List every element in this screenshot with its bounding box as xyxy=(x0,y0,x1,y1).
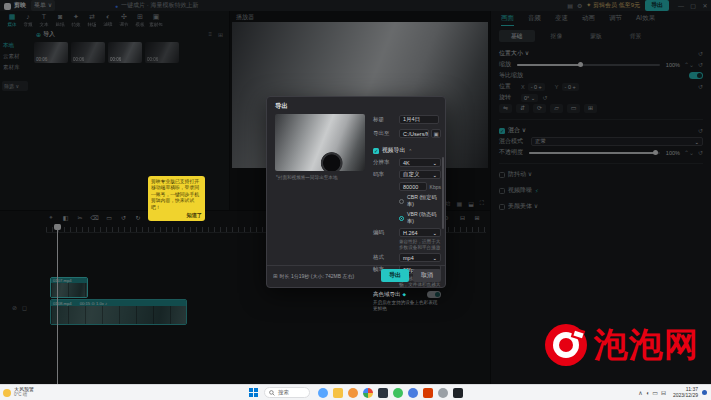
screen: 剪映 菜单 ∨ ● 一键成片 · 海量模板特效上新 ▤ ⚙ ✦ 剪辑会员 低至9… xyxy=(0,0,711,400)
notification-icon[interactable] xyxy=(702,390,707,395)
field-codec: 编码 H.264⌄ xyxy=(373,228,441,237)
taskbar: 大风预警 0°C 晴 搜索 ∧ ◖ ▭ xyxy=(0,384,711,400)
chevron-down-icon: ⌄ xyxy=(432,255,437,261)
widgets-icon[interactable] xyxy=(318,388,328,398)
office-icon[interactable] xyxy=(423,388,433,398)
field-title: 标题 1月4日 xyxy=(373,115,439,124)
weather-widget[interactable]: 大风预警 0°C 晴 xyxy=(3,387,34,397)
radio-vbr[interactable]: VBR (动态码率) xyxy=(399,211,441,225)
bitrate-unit: Kbps xyxy=(430,184,441,190)
field-hdr: 高色域导出 ◆ xyxy=(373,291,441,298)
settings-icon[interactable] xyxy=(438,388,448,398)
vip-diamond-icon: ◆ xyxy=(403,292,406,297)
hdr-hint: 开启后在支持的设备上色彩表现更鲜艳 xyxy=(373,300,441,311)
field-bitrate-custom: 80000 Kbps xyxy=(373,182,441,191)
monitor-icon: ⊞ xyxy=(273,273,278,279)
network-icon[interactable]: ▭ xyxy=(652,389,658,396)
paopao-logo-icon xyxy=(544,323,588,367)
radio-cbr[interactable]: CBR (恒定码率) xyxy=(399,194,441,208)
tray-caret-icon[interactable]: ∧ xyxy=(638,389,642,396)
video-export-checkbox: ✓ xyxy=(373,148,379,154)
tooltip-text: 剪映专业版已支持打开移动端草稿啦，登录同一账号，一键同步手机剪辑内容，快来试试吧… xyxy=(151,179,202,211)
watermark-text: 泡泡网 xyxy=(594,322,699,368)
chevron-down-icon: ⌄ xyxy=(432,160,437,166)
tooltip-got-it-button[interactable]: 知道了 xyxy=(151,212,202,219)
dialog-footer: ⊞ 时长 1分19秒 (大小: 742MB 左右) 导出 取消 xyxy=(273,269,441,282)
chevron-up-icon: ⌃ xyxy=(408,148,412,154)
export-dialog: 导出 *封面和视频将一同导出至本地 标题 1月4日 导出至 C:/Users/M… xyxy=(266,96,446,288)
battery-icon[interactable]: ⊟ xyxy=(661,389,666,396)
chrome-icon[interactable] xyxy=(363,388,373,398)
taskbar-apps xyxy=(318,388,468,398)
promo-tooltip: 剪映专业版已支持打开移动端草稿啦，登录同一账号，一键同步手机剪辑内容，快来试试吧… xyxy=(148,176,205,221)
export-cover-thumbnail[interactable] xyxy=(275,114,365,171)
cancel-button[interactable]: 取消 xyxy=(413,269,441,282)
start-button[interactable] xyxy=(249,388,258,397)
terminal-icon[interactable] xyxy=(453,388,463,398)
hdr-toggle[interactable] xyxy=(427,291,441,298)
format-select[interactable]: mp4⌄ xyxy=(399,253,441,262)
field-path: 导出至 C:/Users/My/Videos/... ▣ xyxy=(373,129,441,138)
path-input[interactable]: C:/Users/My/Videos/... xyxy=(399,129,429,138)
clock[interactable]: 11:37 2023/12/29 xyxy=(673,387,698,399)
volume-icon[interactable]: ◖ xyxy=(646,390,650,396)
bitrate-input[interactable]: 80000 xyxy=(399,182,427,191)
chevron-down-icon: ⌄ xyxy=(432,172,437,178)
field-bitrate: 码率 自定义⌄ xyxy=(373,170,441,179)
field-format: 格式 mp4⌄ xyxy=(373,253,441,262)
chevron-down-icon: ⌄ xyxy=(432,230,437,236)
watermark: 泡泡网 xyxy=(544,322,699,368)
system-tray: ∧ ◖ ▭ ⊟ 11:37 2023/12/29 xyxy=(638,387,707,399)
dialog-title: 导出 xyxy=(267,97,445,111)
cover-caption: *封面和视频将一同导出至本地 xyxy=(276,175,368,180)
search-placeholder: 搜索 xyxy=(278,389,289,396)
weather-icon xyxy=(3,389,11,397)
capcut-icon[interactable] xyxy=(378,388,388,398)
export-estimate: 时长 1分19秒 (大小: 742MB 左右) xyxy=(280,273,354,279)
resolution-select[interactable]: 4K⌄ xyxy=(399,158,441,167)
photos-icon[interactable] xyxy=(348,388,358,398)
field-resolution: 分辨率 4K⌄ xyxy=(373,158,441,167)
search-box[interactable]: 搜索 xyxy=(264,387,310,398)
search-icon xyxy=(269,390,275,396)
bitrate-select[interactable]: 自定义⌄ xyxy=(399,170,441,179)
netdisk-icon[interactable] xyxy=(408,388,418,398)
codec-select[interactable]: H.264⌄ xyxy=(399,228,441,237)
title-input[interactable]: 1月4日 xyxy=(399,115,439,124)
video-export-row[interactable]: ✓ 视频导出 ⌃ xyxy=(373,146,412,155)
codec-hint: 兼容性好，适用于大多数设备和平台播放 xyxy=(399,239,441,250)
folder-icon[interactable]: ▣ xyxy=(431,129,441,138)
wechat-icon[interactable] xyxy=(393,388,403,398)
explorer-icon[interactable] xyxy=(333,388,343,398)
confirm-export-button[interactable]: 导出 xyxy=(381,269,409,282)
dialog-scrollbar[interactable] xyxy=(442,157,444,229)
